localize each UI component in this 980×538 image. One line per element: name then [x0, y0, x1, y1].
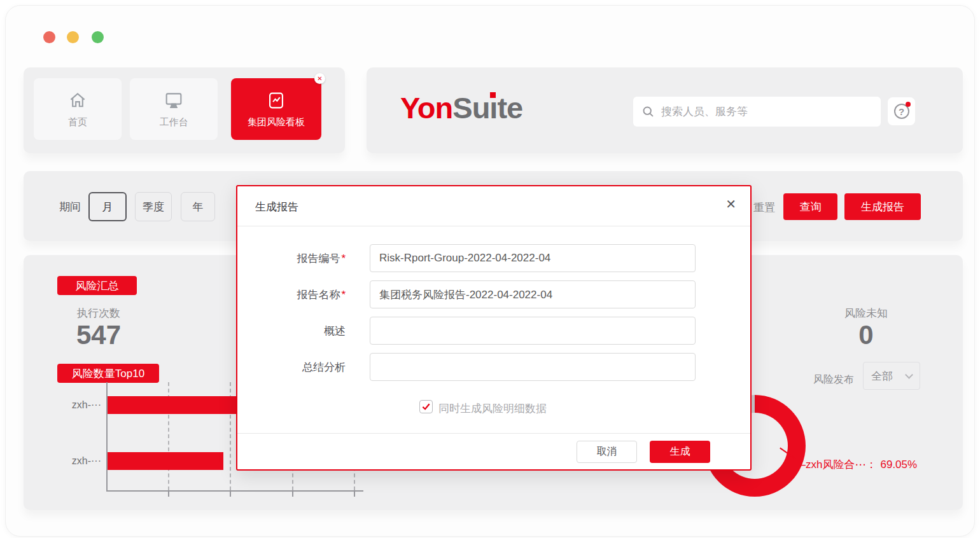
overview-label: 概述: [237, 324, 346, 338]
checkmark-icon: [421, 402, 431, 411]
tab-workbench[interactable]: 工作台: [130, 78, 218, 140]
donut-label: —zxh风险合⋯：69.05%: [795, 457, 917, 472]
divider: [237, 226, 750, 226]
dashboard-icon: [265, 90, 287, 111]
tab-label: 首页: [68, 116, 87, 128]
generate-report-button[interactable]: 生成报告: [844, 193, 921, 220]
tab-close-icon[interactable]: ✕: [314, 73, 325, 84]
tab-home[interactable]: 首页: [34, 78, 122, 140]
tab-risk-dashboard[interactable]: 集团风险看板 ✕: [231, 78, 321, 140]
reset-button[interactable]: 重置: [753, 200, 775, 215]
period-month-button[interactable]: 月: [88, 192, 127, 221]
period-quarter-button[interactable]: 季度: [135, 192, 172, 221]
app-window: 首页 工作台 集团风险看板 ✕ YonSuıte ? 期间 月 季度 年 重置 …: [5, 5, 975, 537]
risk-publish-label: 风险发布: [813, 373, 854, 387]
report-name-label: 报告名称*: [237, 287, 346, 302]
chevron-down-icon: [905, 371, 913, 379]
summary-analysis-label: 总结分析: [237, 360, 346, 375]
overview-input[interactable]: [370, 317, 696, 345]
period-label: 期间: [59, 200, 81, 214]
query-button[interactable]: 查询: [783, 193, 837, 220]
bar-chart-x-axis: [106, 490, 363, 492]
generate-report-dialog: 生成报告 ✕ 报告编号* 报告名称* 概述 总结分析 同时生成风险明细数据 取消…: [236, 185, 752, 471]
axis-tick: [354, 492, 355, 497]
help-button[interactable]: ?: [888, 97, 915, 125]
divider: [237, 433, 750, 434]
exec-count-value: 547: [54, 320, 143, 350]
risk-top10-badge: 风险数量Top10: [57, 364, 159, 383]
dialog-close-icon[interactable]: ✕: [725, 197, 736, 212]
window-minimize-icon[interactable]: [67, 31, 79, 43]
report-no-input[interactable]: [370, 244, 696, 272]
global-search: [633, 97, 881, 127]
home-icon: [67, 90, 88, 111]
yonsuite-logo: YonSuıte: [400, 90, 522, 125]
notification-dot: [906, 102, 911, 107]
header-panel: YonSuıte ?: [367, 67, 963, 153]
bar-label-2: zxh-···: [46, 455, 101, 467]
axis-tick: [292, 492, 293, 497]
nav-tabs-panel: 首页 工作台 集团风险看板 ✕: [24, 67, 345, 153]
select-value: 全部: [871, 369, 893, 383]
risk-summary-badge: 风险汇总: [57, 276, 137, 295]
detail-data-checkbox[interactable]: [419, 400, 433, 413]
monitor-icon: [163, 90, 185, 111]
tab-label: 集团风险看板: [248, 116, 305, 128]
axis-tick: [230, 492, 231, 497]
risk-unknown-label: 风险未知: [822, 306, 911, 321]
detail-data-checkbox-label: 同时生成风险明细数据: [438, 401, 547, 416]
report-no-label: 报告编号*: [237, 251, 346, 266]
risk-publish-select[interactable]: 全部: [863, 362, 920, 390]
bar-row-2: [108, 452, 223, 470]
period-year-button[interactable]: 年: [181, 192, 215, 221]
bar-label-1: zxh-···: [46, 399, 101, 411]
window-close-icon[interactable]: [43, 31, 55, 43]
submit-generate-button[interactable]: 生成: [650, 441, 710, 463]
search-input[interactable]: [661, 106, 872, 118]
report-name-input[interactable]: [370, 280, 696, 308]
tab-label: 工作台: [160, 116, 188, 128]
cancel-button[interactable]: 取消: [577, 441, 637, 463]
window-maximize-icon[interactable]: [92, 31, 104, 43]
search-icon: [641, 105, 655, 118]
exec-count-label: 执行次数: [54, 306, 143, 321]
dialog-title: 生成报告: [255, 200, 298, 214]
risk-unknown-value: 0: [822, 320, 911, 350]
axis-tick: [168, 492, 169, 497]
summary-analysis-input[interactable]: [370, 353, 696, 381]
